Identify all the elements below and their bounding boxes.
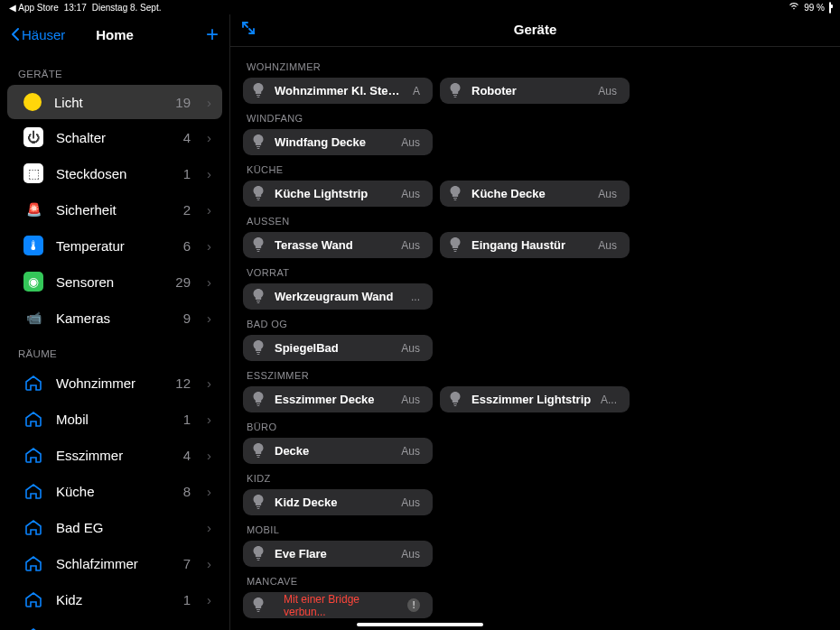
sidebar-item-label: Mobil <box>56 412 171 427</box>
bulb-icon <box>250 495 266 510</box>
sidebar-room-kl.-zimmer-og[interactable]: Kl. Zimmer OG1› <box>7 617 222 630</box>
device-name: Esszimmer Decke <box>275 393 392 406</box>
device-tile[interactable]: Wohnzimmer Kl. StehlampeA <box>243 78 433 104</box>
device-tile[interactable]: RoboterAus <box>440 78 630 104</box>
sidebar-item-label: Steckdosen <box>56 166 171 181</box>
sidebar-item-label: Kidz <box>56 592 171 607</box>
home-icon <box>23 373 43 393</box>
device-status: Mit einer Bridge verbun... <box>284 593 395 618</box>
sidebar-room-küche[interactable]: Küche8› <box>7 473 222 509</box>
sidebar-item-sicherheit[interactable]: 🚨Sicherheit2› <box>7 191 222 227</box>
sidebar-item-label: Küche <box>56 484 171 499</box>
sidebar-item-count: 6 <box>183 238 191 254</box>
sidebar-item-label: Sicherheit <box>56 202 171 218</box>
wifi-icon <box>789 2 799 13</box>
home-icon <box>23 625 43 630</box>
home-icon <box>23 445 43 465</box>
devices-list[interactable]: WOHNZIMMERWohnzimmer Kl. StehlampeARobot… <box>230 47 840 630</box>
chevron-right-icon: › <box>207 166 211 181</box>
chevron-right-icon: › <box>207 238 211 254</box>
sidebar-room-kidz[interactable]: Kidz1› <box>7 581 222 617</box>
sidebar-room-mobil[interactable]: Mobil1› <box>7 401 222 437</box>
room-label: ESSZIMMER <box>247 370 824 381</box>
chevron-right-icon: › <box>207 520 211 535</box>
sidebar-item-kameras[interactable]: 📹Kameras9› <box>7 300 222 336</box>
sidebar-room-esszimmer[interactable]: Esszimmer4› <box>7 437 222 473</box>
device-tile[interactable]: Terasse WandAus <box>243 232 433 258</box>
device-name: Kidz Decke <box>275 496 392 509</box>
back-button[interactable]: Häuser <box>11 27 65 42</box>
chevron-right-icon: › <box>207 310 211 326</box>
device-name: Eingang Haustür <box>471 238 589 252</box>
room-label: VORRAT <box>247 267 824 278</box>
thermometer-icon: 🌡 <box>23 236 43 255</box>
chevron-right-icon: › <box>207 592 211 607</box>
device-status: A <box>413 85 420 97</box>
sidebar-item-count: 12 <box>175 375 191 391</box>
sidebar-item-schalter[interactable]: ⏻Schalter4› <box>7 119 222 155</box>
sidebar-title: Home <box>96 27 134 42</box>
room-label: AUSSEN <box>247 216 824 227</box>
sidebar-item-count: 4 <box>183 130 191 145</box>
device-tile[interactable]: Kidz DeckeAus <box>243 489 433 515</box>
home-indicator[interactable] <box>357 623 483 626</box>
bulb-icon <box>250 598 266 613</box>
status-bar: ◀ App Store 13:17 Dienstag 8. Sept. 99 % <box>0 0 840 14</box>
back-app-indicator[interactable]: ◀ App Store <box>9 3 59 13</box>
sidebar-item-label: Esszimmer <box>56 448 171 463</box>
sidebar-room-schlafzimmer[interactable]: Schlafzimmer7› <box>7 545 222 581</box>
alarm-icon: 🚨 <box>23 199 43 219</box>
sidebar-item-sensoren[interactable]: ◉Sensoren29› <box>7 264 222 300</box>
device-name: Küche Decke <box>471 187 589 200</box>
switch-icon: ⏻ <box>23 127 43 147</box>
sidebar-item-count: 19 <box>175 95 191 110</box>
sidebar-item-label: Schlafzimmer <box>56 556 171 571</box>
sidebar-item-count: 29 <box>175 274 191 290</box>
sidebar-item-count: 2 <box>183 202 191 218</box>
sidebar-item-steckdosen[interactable]: ⬚Steckdosen1› <box>7 155 222 191</box>
device-tile[interactable]: Eingang HaustürAus <box>440 232 630 258</box>
sidebar-item-count: 1 <box>183 166 191 181</box>
sidebar-item-label: Kameras <box>56 310 171 326</box>
bulb-icon <box>250 186 266 201</box>
device-status: Aus <box>401 188 420 200</box>
device-tile[interactable]: Esszimmer DeckeAus <box>243 386 433 412</box>
device-tile[interactable]: Windfang DeckeAus <box>243 129 433 155</box>
bulb-icon <box>250 443 266 459</box>
device-tile[interactable]: Esszimmer LightstripA... <box>440 386 630 412</box>
device-status: Aus <box>401 342 420 355</box>
sidebar-item-label: Wohnzimmer <box>56 375 163 391</box>
sidebar: Häuser Home + GERÄTE Licht19›⏻Schalter4›… <box>0 14 230 630</box>
sidebar-item-label: Sensoren <box>56 274 163 290</box>
battery-icon <box>829 3 831 13</box>
chevron-right-icon: › <box>207 274 211 290</box>
home-icon <box>23 589 43 609</box>
device-tile[interactable]: Th...Mit einer Bridge verbun...! <box>243 592 433 618</box>
sidebar-item-count: 4 <box>183 448 191 463</box>
room-label: KÜCHE <box>247 164 824 175</box>
chevron-right-icon: › <box>207 556 211 571</box>
device-tile[interactable]: Küche LightstripAus <box>243 181 433 207</box>
device-status: Aus <box>401 239 420 252</box>
sidebar-room-bad-eg[interactable]: Bad EG› <box>7 509 222 545</box>
sidebar-item-licht[interactable]: Licht19› <box>7 85 222 119</box>
sidebar-room-wohnzimmer[interactable]: Wohnzimmer12› <box>7 365 222 401</box>
device-tile[interactable]: Küche DeckeAus <box>440 181 630 207</box>
device-tile[interactable]: Werkzeugraum Wand... <box>243 283 433 310</box>
add-button[interactable]: + <box>206 22 219 47</box>
home-icon <box>23 409 43 429</box>
chevron-right-icon: › <box>207 484 211 499</box>
expand-button[interactable] <box>241 21 256 38</box>
chevron-right-icon: › <box>207 412 211 427</box>
chevron-right-icon: › <box>207 95 211 110</box>
device-tile[interactable]: Eve FlareAus <box>243 541 433 567</box>
device-name: SpiegelBad <box>275 341 392 355</box>
device-tile[interactable]: SpiegelBadAus <box>243 335 433 361</box>
bulb-icon <box>447 392 462 407</box>
room-label: MANCAVE <box>247 576 824 587</box>
main-panel: Geräte WOHNZIMMERWohnzimmer Kl. Stehlamp… <box>230 14 840 630</box>
device-tile[interactable]: DeckeAus <box>243 438 433 464</box>
sidebar-item-temperatur[interactable]: 🌡Temperatur6› <box>7 227 222 264</box>
sidebar-item-count: 1 <box>183 412 191 427</box>
section-label-raeume: RÄUME <box>0 336 229 365</box>
